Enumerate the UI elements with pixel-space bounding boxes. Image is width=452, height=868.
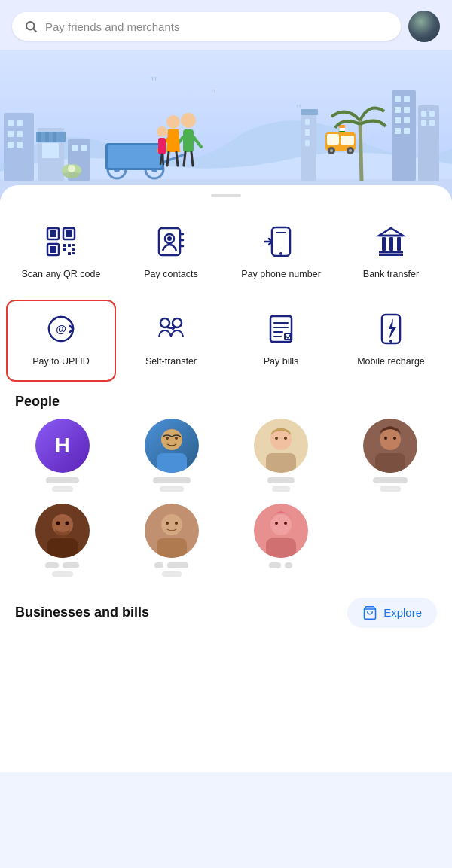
svg-line-28 [194,137,201,147]
svg-line-29 [184,152,185,166]
person-name-bar [267,477,295,483]
svg-line-33 [176,152,178,166]
person-name-bar [269,562,281,568]
person-name-bar [46,477,79,483]
person-name-bar-sub [162,571,182,577]
self-transfer-icon [151,309,191,349]
svg-rect-4 [17,120,23,126]
person-name-bar-sub [160,486,184,492]
person-avatar-6 [145,504,199,558]
svg-rect-84 [72,252,75,254]
svg-marker-115 [389,318,396,340]
person-item-7[interactable] [231,504,331,577]
svg-point-94 [279,252,282,255]
action-pay-contacts[interactable]: Pay contacts [116,212,226,294]
svg-rect-66 [305,119,310,125]
action-grid-row2: @ Pay to UPI ID [0,300,452,381]
action-mobile-recharge[interactable]: Mobile recharge [336,300,446,381]
person-name-bar [153,477,191,483]
svg-point-105 [160,318,170,327]
svg-rect-112 [285,333,291,340]
person-item-2[interactable] [121,419,221,492]
svg-point-134 [166,522,169,525]
action-pay-phone[interactable]: Pay phone number [226,212,336,294]
svg-rect-16 [72,145,78,151]
svg-rect-8 [17,142,23,148]
svg-rect-26 [183,129,194,152]
svg-point-139 [284,522,287,525]
svg-point-123 [284,437,287,440]
person-avatar-4 [363,419,417,473]
person-avatar-7 [254,504,308,558]
person-name-bar [63,562,79,568]
person-item-3[interactable] [231,419,331,492]
person-item-1[interactable]: H [12,419,112,492]
pay-upi-icon: @ [41,309,81,349]
person-name-bar [167,562,188,568]
action-bank-transfer[interactable]: Bank transfer [336,212,446,294]
svg-rect-121 [266,453,296,473]
svg-rect-99 [389,237,393,251]
person-name-bar [154,562,163,568]
svg-point-126 [384,437,387,440]
drag-handle[interactable] [211,194,241,197]
svg-rect-68 [305,140,310,146]
person-name-bar [45,562,59,568]
action-pay-bills[interactable]: Pay bills [226,300,336,381]
svg-point-25 [181,113,196,128]
action-scan-qr[interactable]: Scan any QR code [6,212,116,294]
svg-rect-58 [418,105,439,181]
svg-point-131 [65,521,69,525]
pay-bills-label: Pay bills [264,355,299,367]
svg-point-34 [157,126,167,137]
pay-bills-icon [261,309,301,349]
svg-rect-61 [421,120,426,126]
svg-rect-67 [305,129,310,136]
svg-rect-76 [66,230,72,237]
svg-rect-137 [266,538,296,558]
svg-rect-85 [72,248,75,251]
user-avatar[interactable] [408,11,440,42]
svg-rect-98 [382,237,386,251]
person-item-6[interactable] [121,504,221,577]
person-item-4[interactable] [340,419,440,492]
svg-rect-125 [375,453,405,473]
deco-quote-2: " [211,87,216,101]
svg-point-127 [393,437,396,440]
people-section-title: People [0,388,452,419]
explore-label: Explore [383,606,422,619]
svg-point-114 [389,340,392,343]
svg-rect-13 [53,132,56,142]
svg-rect-52 [395,107,401,113]
businesses-section: Businesses and bills Explore [0,589,452,640]
svg-line-63 [360,120,362,181]
explore-button[interactable]: Explore [347,598,437,628]
svg-point-138 [275,522,278,525]
person-avatar-2 [145,419,199,473]
svg-point-136 [270,514,292,535]
action-self-transfer[interactable]: Self-transfer [116,300,226,381]
svg-rect-79 [63,244,66,247]
pay-phone-icon [261,221,301,262]
svg-point-31 [166,115,180,129]
svg-line-1 [33,29,36,32]
person-name-bar [373,477,408,483]
svg-rect-100 [397,237,401,251]
svg-rect-55 [404,117,410,123]
action-pay-upi[interactable]: @ Pay to UPI ID [6,300,116,381]
svg-rect-117 [157,453,187,473]
search-icon [24,20,38,33]
svg-rect-23 [108,145,162,168]
person-item-5[interactable] [12,504,112,577]
svg-rect-54 [395,117,401,123]
svg-rect-17 [81,145,87,151]
svg-rect-56 [395,128,401,134]
svg-rect-78 [50,246,56,253]
hero-plant [56,154,87,184]
svg-rect-62 [429,120,435,126]
svg-rect-74 [50,230,56,237]
search-bar[interactable]: Pay friends and merchants [12,12,401,41]
svg-point-119 [175,437,178,440]
svg-rect-82 [72,244,75,246]
person-name-bar-sub [272,486,290,492]
